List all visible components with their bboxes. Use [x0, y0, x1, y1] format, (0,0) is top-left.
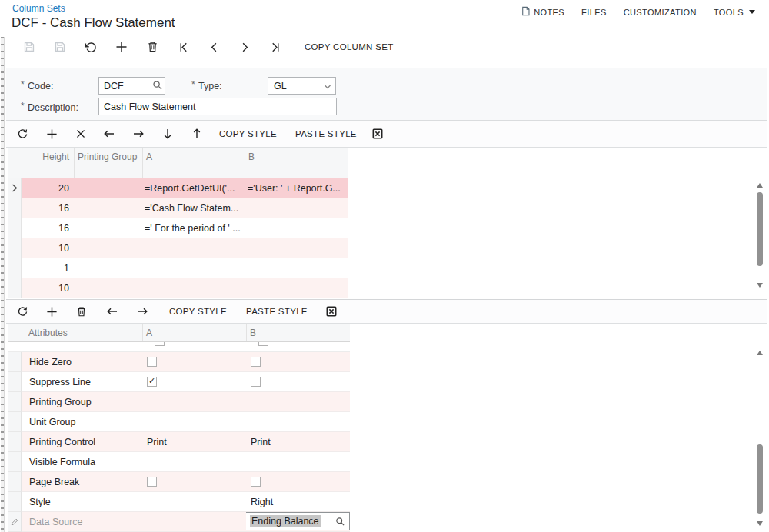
copy-style-button[interactable]: COPY STYLE: [169, 307, 227, 316]
go-last-button[interactable]: [260, 36, 291, 58]
go-next-button[interactable]: [229, 36, 260, 58]
refresh-button[interactable]: [8, 301, 37, 322]
height-cell[interactable]: 16: [22, 218, 74, 238]
tools-button[interactable]: TOOLS: [714, 8, 755, 17]
move-column-left-button[interactable]: [95, 123, 124, 145]
column-a-header[interactable]: A: [142, 148, 245, 178]
column-a-cell[interactable]: [142, 258, 245, 278]
column-b-cell[interactable]: [246, 412, 350, 431]
column-b-cell[interactable]: Right: [246, 492, 350, 511]
row-selector-cell[interactable]: [8, 258, 22, 278]
height-cell[interactable]: 10: [22, 278, 74, 298]
row-selector-cell[interactable]: [8, 412, 22, 432]
move-column-right-button[interactable]: [128, 301, 157, 322]
code-lookup-icon[interactable]: [152, 80, 163, 94]
column-b-cell[interactable]: [246, 392, 350, 411]
column-a-cell[interactable]: [142, 452, 246, 471]
table-row[interactable]: Unit Group: [8, 412, 350, 432]
cancel-undo-button[interactable]: [75, 36, 106, 58]
scrollbar-thumb[interactable]: [757, 444, 763, 514]
copy-style-button[interactable]: COPY STYLE: [219, 129, 277, 138]
scrollbar-thumb[interactable]: [757, 192, 763, 266]
export-excel-icon[interactable]: [320, 301, 343, 322]
checkbox[interactable]: [251, 377, 261, 387]
checkbox[interactable]: [147, 477, 157, 487]
breadcrumb[interactable]: Column Sets: [12, 3, 65, 14]
checkbox[interactable]: [251, 357, 261, 367]
column-b-cell[interactable]: [246, 372, 350, 391]
column-a-cell[interactable]: =' For the period of ' ...: [142, 218, 245, 238]
table-row-clipped[interactable]: [8, 342, 350, 352]
column-a-cell[interactable]: [142, 238, 245, 258]
column-a-cell[interactable]: [142, 392, 246, 411]
column-b-cell[interactable]: ='User: ' + Report.G...: [245, 178, 348, 198]
table-row[interactable]: Suppress Line: [8, 372, 350, 392]
column-a-cell[interactable]: [142, 492, 246, 511]
attributes-column-header[interactable]: Attributes: [22, 324, 142, 341]
height-cell[interactable]: 20: [22, 178, 74, 198]
column-a-cell[interactable]: =Report.GetDefUI('...: [142, 178, 245, 198]
table-row[interactable]: 10: [8, 238, 348, 258]
data-source-editor[interactable]: Ending Balance: [246, 512, 350, 530]
row-selector-cell[interactable]: [8, 238, 22, 258]
row-selector-cell[interactable]: [8, 452, 22, 472]
checkbox[interactable]: [155, 342, 165, 346]
move-column-left-button[interactable]: [97, 301, 128, 322]
delete-row-button[interactable]: [66, 123, 95, 145]
printing-group-cell[interactable]: [74, 258, 142, 278]
row-selector-cell[interactable]: [8, 472, 22, 492]
move-row-down-button[interactable]: [153, 123, 182, 145]
table-row[interactable]: Style Right: [8, 492, 350, 512]
column-b-cell[interactable]: [246, 352, 350, 371]
move-row-up-button[interactable]: [182, 123, 211, 145]
column-b-header[interactable]: B: [245, 148, 348, 178]
row-selector-cell[interactable]: [8, 278, 22, 298]
row-selector-cell[interactable]: [8, 492, 22, 512]
table-row[interactable]: Printing Control Print Print: [8, 432, 350, 452]
height-cell[interactable]: 10: [22, 238, 74, 258]
checkbox[interactable]: [258, 342, 268, 346]
printing-group-cell[interactable]: [74, 238, 142, 258]
column-b-cell[interactable]: [246, 472, 350, 491]
scroll-down-icon[interactable]: [757, 521, 763, 526]
row-selector-cell[interactable]: [8, 198, 22, 218]
column-a-cell[interactable]: [142, 352, 246, 371]
column-a-cell[interactable]: [142, 472, 246, 491]
delete-row-button[interactable]: [66, 301, 97, 322]
printing-group-cell[interactable]: [74, 218, 142, 238]
printing-group-cell[interactable]: [74, 198, 142, 218]
height-cell[interactable]: 16: [22, 198, 74, 218]
column-a-cell[interactable]: ='Cash Flow Statem...: [142, 198, 245, 218]
table-row[interactable]: Visible Formula: [8, 452, 350, 472]
description-input[interactable]: [98, 98, 337, 115]
column-a-header[interactable]: A: [142, 324, 246, 341]
row-selector-cell[interactable]: [8, 372, 22, 392]
rows-grid-scrollbar[interactable]: [755, 180, 764, 291]
paste-style-button[interactable]: PASTE STYLE: [246, 307, 308, 316]
row-selector-cell[interactable]: [8, 432, 22, 452]
checkbox[interactable]: [147, 357, 157, 367]
scroll-down-icon[interactable]: [757, 283, 763, 288]
column-b-cell[interactable]: [246, 452, 350, 471]
refresh-button[interactable]: [8, 123, 37, 145]
checkbox[interactable]: [251, 477, 261, 487]
row-selector-cell[interactable]: [8, 218, 22, 238]
column-b-cell[interactable]: [245, 218, 348, 238]
column-a-cell[interactable]: [142, 372, 246, 391]
height-column-header[interactable]: Height: [22, 148, 74, 178]
data-source-value[interactable]: Ending Balance: [250, 515, 321, 527]
table-row[interactable]: 16 =' For the period of ' ...: [8, 218, 348, 238]
table-row[interactable]: 10: [8, 278, 348, 298]
type-chevron-icon[interactable]: [323, 81, 332, 95]
printing-group-cell[interactable]: [74, 178, 142, 198]
save-button[interactable]: [45, 36, 75, 58]
paste-style-button[interactable]: PASTE STYLE: [295, 129, 357, 138]
table-row[interactable]: 16 ='Cash Flow Statem...: [8, 198, 348, 218]
move-column-right-button[interactable]: [124, 123, 153, 145]
column-a-cell[interactable]: [142, 278, 245, 298]
files-button[interactable]: FILES: [581, 8, 607, 17]
table-row[interactable]: Hide Zero: [8, 352, 350, 372]
column-b-header[interactable]: B: [246, 324, 350, 341]
column-b-cell[interactable]: Ending Balance: [246, 512, 350, 531]
height-cell[interactable]: 1: [22, 258, 74, 278]
